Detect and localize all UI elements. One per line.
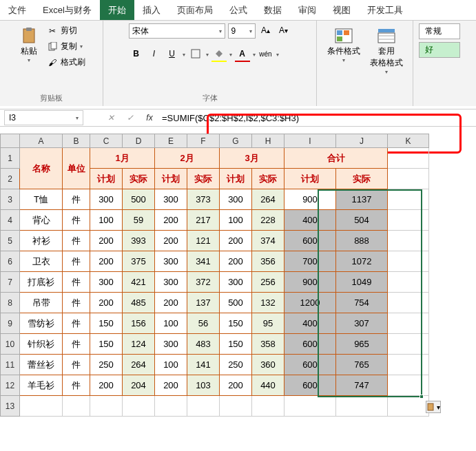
decrease-font-button[interactable]: A▾ <box>276 23 291 39</box>
cell[interactable]: 358 <box>252 334 284 355</box>
italic-button[interactable]: I <box>147 47 162 62</box>
cell[interactable]: 300 <box>90 272 123 293</box>
header-cell[interactable]: 实际 <box>336 169 388 189</box>
cell[interactable]: 600 <box>284 334 336 355</box>
row-header[interactable]: 4 <box>1 210 20 231</box>
cell[interactable]: 150 <box>90 334 123 355</box>
cell[interactable]: 件 <box>63 293 90 313</box>
row-header[interactable]: 8 <box>1 293 20 313</box>
tab-insert[interactable]: 插入 <box>134 0 169 20</box>
col-header-G[interactable]: G <box>220 134 252 148</box>
phonetic-button[interactable]: wén <box>258 47 273 62</box>
cell[interactable]: 372 <box>187 272 220 293</box>
paste-options-button[interactable]: ▾ <box>426 401 441 413</box>
cell[interactable]: 900 <box>284 272 336 293</box>
cell[interactable]: 300 <box>155 251 187 272</box>
tab-review[interactable]: 审阅 <box>290 0 324 20</box>
font-size-select[interactable]: 9▾ <box>228 23 256 39</box>
cell[interactable]: 件 <box>63 251 90 272</box>
fill-color-button[interactable] <box>211 47 227 62</box>
cell[interactable]: 150 <box>90 313 123 334</box>
cell[interactable] <box>388 313 429 334</box>
header-cell[interactable]: 计划 <box>155 169 187 189</box>
cell[interactable]: 500 <box>220 293 252 313</box>
cell[interactable]: 300 <box>155 334 187 355</box>
tab-view[interactable]: 视图 <box>324 0 359 20</box>
cell[interactable]: 341 <box>187 251 220 272</box>
confirm-formula-button[interactable]: ✓ <box>123 113 137 123</box>
cell[interactable]: 250 <box>90 355 123 375</box>
cell[interactable]: 件 <box>63 375 90 396</box>
fx-button[interactable]: fx <box>143 113 156 123</box>
cell[interactable]: 100 <box>90 210 123 231</box>
header-cell[interactable]: 计划 <box>90 169 123 189</box>
cell[interactable]: 200 <box>155 293 187 313</box>
cancel-formula-button[interactable]: ✕ <box>104 113 118 123</box>
cell[interactable]: 56 <box>187 313 220 334</box>
row-header[interactable]: 13 <box>1 396 20 417</box>
tab-excel-finance[interactable]: Excel与财务 <box>34 0 100 20</box>
header-cell[interactable]: 3月 <box>220 148 284 169</box>
cell[interactable]: 400 <box>284 210 336 231</box>
row-header[interactable]: 10 <box>1 334 20 355</box>
cell[interactable]: 375 <box>123 251 155 272</box>
cell[interactable]: 蕾丝衫 <box>20 355 63 375</box>
tab-file[interactable]: 文件 <box>0 0 34 20</box>
col-header-C[interactable]: C <box>90 134 123 148</box>
cell[interactable] <box>388 334 429 355</box>
cell[interactable]: 件 <box>63 272 90 293</box>
cell[interactable]: 700 <box>284 251 336 272</box>
cell[interactable]: 600 <box>284 355 336 375</box>
copy-button[interactable]: 复制▾ <box>45 39 87 54</box>
cell[interactable]: 200 <box>90 293 123 313</box>
cell[interactable]: 件 <box>63 189 90 210</box>
col-header-B[interactable]: B <box>63 134 90 148</box>
formula-bar[interactable]: =SUMIF($C$2:$H$2,I$2,$C3:$H3) <box>156 112 476 125</box>
cell[interactable]: 59 <box>123 210 155 231</box>
cell[interactable]: 200 <box>155 231 187 251</box>
row-header[interactable]: 5 <box>1 231 20 251</box>
cell[interactable]: 747 <box>336 375 388 396</box>
paste-button[interactable]: 粘贴 ▾ <box>17 23 41 66</box>
cell[interactable] <box>388 210 429 231</box>
row-header[interactable]: 2 <box>1 169 20 189</box>
col-header-J[interactable]: J <box>336 134 388 148</box>
cell[interactable]: 103 <box>187 375 220 396</box>
cell[interactable]: 件 <box>63 313 90 334</box>
cell[interactable]: 200 <box>220 231 252 251</box>
select-all-corner[interactable] <box>1 134 20 148</box>
cell[interactable]: 256 <box>252 272 284 293</box>
cell[interactable]: 965 <box>336 334 388 355</box>
header-cell[interactable]: 计划 <box>220 169 252 189</box>
cell[interactable]: 900 <box>284 189 336 210</box>
cell[interactable]: T恤 <box>20 189 63 210</box>
cell[interactable]: 200 <box>220 375 252 396</box>
header-cell[interactable]: 实际 <box>252 169 284 189</box>
cell-style-normal[interactable]: 常规 <box>419 23 460 39</box>
cell[interactable]: 1137 <box>336 189 388 210</box>
cell[interactable]: 374 <box>252 231 284 251</box>
bold-button[interactable]: B <box>129 47 144 62</box>
cell[interactable]: 150 <box>220 313 252 334</box>
cell[interactable]: 件 <box>63 231 90 251</box>
cell[interactable]: 137 <box>187 293 220 313</box>
cell[interactable]: 373 <box>187 189 220 210</box>
cell[interactable] <box>20 396 63 417</box>
col-header-E[interactable]: E <box>155 134 187 148</box>
font-name-select[interactable]: 宋体▾ <box>129 23 225 39</box>
cell[interactable]: 背心 <box>20 210 63 231</box>
cell[interactable]: 1072 <box>336 251 388 272</box>
cell[interactable]: 300 <box>220 189 252 210</box>
header-cell[interactable]: 计划 <box>284 169 336 189</box>
cell[interactable]: 217 <box>187 210 220 231</box>
col-header-K[interactable]: K <box>388 134 429 148</box>
cell[interactable]: 300 <box>155 272 187 293</box>
cell[interactable]: 200 <box>90 231 123 251</box>
tab-formula[interactable]: 公式 <box>221 0 256 20</box>
conditional-format-button[interactable]: 条件格式▾ <box>324 23 363 66</box>
name-box[interactable]: I3▾ <box>4 110 83 125</box>
cell[interactable]: 200 <box>90 375 123 396</box>
cell[interactable] <box>388 355 429 375</box>
col-header-A[interactable]: A <box>20 134 63 148</box>
cell[interactable] <box>388 169 429 189</box>
